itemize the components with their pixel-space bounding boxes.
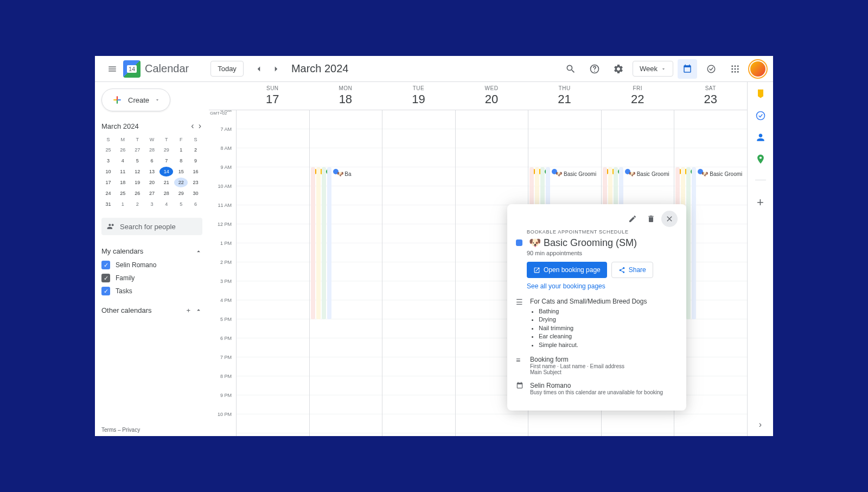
calendar-checkbox[interactable]: ✓ bbox=[101, 287, 110, 295]
mini-day[interactable]: 27 bbox=[145, 188, 159, 198]
day-header[interactable]: THU21 bbox=[528, 82, 601, 110]
calendar-item[interactable]: ✓Family bbox=[101, 272, 202, 285]
my-calendars-toggle[interactable]: My calendars bbox=[101, 244, 202, 258]
mini-day[interactable]: 2 bbox=[189, 145, 202, 155]
apps-icon[interactable] bbox=[725, 59, 745, 79]
mini-day[interactable]: 4 bbox=[116, 156, 130, 166]
share-button[interactable]: Share bbox=[611, 262, 653, 278]
mini-day[interactable]: 24 bbox=[101, 188, 115, 198]
tasks-rail-icon[interactable] bbox=[755, 110, 766, 121]
mini-day[interactable]: 26 bbox=[116, 145, 130, 155]
mini-day[interactable]: 6 bbox=[145, 156, 159, 166]
mini-day[interactable]: 22 bbox=[174, 178, 188, 187]
day-column[interactable] bbox=[382, 110, 455, 436]
mini-day[interactable]: 18 bbox=[116, 178, 130, 187]
mini-day[interactable]: 29 bbox=[159, 145, 173, 155]
settings-icon[interactable] bbox=[609, 59, 628, 79]
mini-day[interactable]: 30 bbox=[189, 188, 202, 198]
mini-day[interactable]: 31 bbox=[101, 199, 115, 209]
event-chip[interactable]: 🐶 Basic Groomi bbox=[701, 171, 742, 177]
svg-point-8 bbox=[731, 71, 733, 72]
mini-day[interactable]: 28 bbox=[145, 145, 159, 155]
add-calendar-button[interactable]: + bbox=[186, 306, 190, 314]
open-booking-button[interactable]: Open booking page bbox=[527, 262, 607, 278]
mini-day[interactable]: 15 bbox=[174, 167, 188, 176]
other-calendars-toggle[interactable]: Other calendars + bbox=[101, 303, 202, 318]
mini-day[interactable]: 29 bbox=[174, 188, 188, 198]
mini-day[interactable]: 21 bbox=[159, 178, 173, 187]
svg-point-6 bbox=[735, 68, 736, 70]
calendar-view-icon[interactable] bbox=[678, 59, 697, 79]
search-icon[interactable] bbox=[561, 59, 580, 79]
collapse-panel-button[interactable]: › bbox=[759, 420, 762, 436]
day-header[interactable]: TUE19 bbox=[382, 82, 455, 110]
mini-prev-button[interactable]: ‹ bbox=[190, 120, 195, 132]
mini-day[interactable]: 5 bbox=[131, 156, 144, 166]
svg-point-11 bbox=[756, 112, 764, 120]
event-chip[interactable]: 🐶 Ba bbox=[337, 171, 352, 177]
day-header[interactable]: WED20 bbox=[455, 82, 528, 110]
calendar-item[interactable]: ✓Tasks bbox=[101, 285, 202, 298]
app-title: Calendar bbox=[145, 62, 189, 75]
view-selector[interactable]: Week bbox=[633, 61, 673, 77]
day-column[interactable]: 🐶 Ba bbox=[309, 110, 382, 436]
calendar-checkbox[interactable]: ✓ bbox=[101, 274, 110, 282]
mini-next-button[interactable]: › bbox=[197, 120, 202, 132]
mini-day[interactable]: 1 bbox=[116, 199, 130, 209]
prev-week-button[interactable] bbox=[250, 60, 267, 78]
day-column[interactable] bbox=[236, 110, 309, 436]
mini-day[interactable]: 11 bbox=[116, 167, 130, 176]
mini-day[interactable]: 3 bbox=[101, 156, 115, 166]
day-header[interactable]: SAT23 bbox=[674, 82, 747, 110]
edit-button[interactable] bbox=[624, 211, 641, 227]
mini-day[interactable]: 26 bbox=[131, 188, 144, 198]
event-chip[interactable]: 🐶 Basic Groomi bbox=[629, 171, 669, 177]
mini-day[interactable]: 1 bbox=[174, 145, 188, 155]
mini-day[interactable]: 17 bbox=[101, 178, 115, 187]
mini-day[interactable]: 19 bbox=[131, 178, 144, 187]
terms-link[interactable]: Terms bbox=[101, 427, 116, 433]
calendar-item[interactable]: ✓Selin Romano bbox=[101, 258, 202, 272]
mini-day[interactable]: 25 bbox=[101, 145, 115, 155]
mini-day[interactable]: 27 bbox=[131, 145, 144, 155]
privacy-link[interactable]: Privacy bbox=[122, 427, 140, 433]
menu-button[interactable] bbox=[101, 58, 123, 80]
mini-day[interactable]: 10 bbox=[101, 167, 115, 176]
mini-day[interactable]: 7 bbox=[159, 156, 173, 166]
mini-day[interactable]: 13 bbox=[145, 167, 159, 176]
help-icon[interactable] bbox=[585, 59, 604, 79]
day-header[interactable]: SUN17 bbox=[236, 82, 309, 110]
add-addon-button[interactable]: + bbox=[755, 195, 766, 206]
tasks-icon[interactable] bbox=[701, 59, 721, 79]
mini-day[interactable]: 9 bbox=[189, 156, 202, 166]
close-button[interactable] bbox=[661, 211, 678, 227]
mini-day[interactable]: 5 bbox=[174, 199, 188, 209]
mini-day[interactable]: 12 bbox=[131, 167, 144, 176]
delete-button[interactable] bbox=[643, 211, 659, 227]
mini-day[interactable]: 3 bbox=[145, 199, 159, 209]
mini-day[interactable]: 4 bbox=[159, 199, 173, 209]
mini-day[interactable]: 14 bbox=[159, 167, 173, 176]
mini-day[interactable]: 28 bbox=[159, 188, 173, 198]
mini-day[interactable]: 2 bbox=[131, 199, 144, 209]
create-button[interactable]: Create bbox=[101, 89, 170, 111]
maps-icon[interactable] bbox=[755, 154, 766, 165]
day-header[interactable]: MON18 bbox=[309, 82, 382, 110]
mini-day[interactable]: 6 bbox=[189, 199, 202, 209]
event-chip[interactable]: 🐶 Basic Groomi bbox=[556, 171, 596, 177]
mini-day[interactable]: 25 bbox=[116, 188, 130, 198]
mini-day[interactable]: 23 bbox=[189, 178, 202, 187]
mini-day[interactable]: 20 bbox=[145, 178, 159, 187]
search-people-input[interactable]: Search for people bbox=[101, 218, 202, 235]
contacts-icon[interactable] bbox=[755, 132, 766, 143]
mini-day[interactable]: 8 bbox=[174, 156, 188, 166]
day-header[interactable]: FRI22 bbox=[601, 82, 674, 110]
keep-icon[interactable] bbox=[755, 89, 766, 99]
today-button[interactable]: Today bbox=[210, 61, 244, 77]
plus-icon bbox=[112, 94, 123, 105]
mini-day[interactable]: 16 bbox=[189, 167, 202, 176]
see-all-link[interactable]: See all your booking pages bbox=[527, 282, 678, 290]
next-week-button[interactable] bbox=[267, 60, 285, 78]
user-avatar[interactable] bbox=[749, 60, 767, 78]
calendar-checkbox[interactable]: ✓ bbox=[101, 261, 110, 269]
